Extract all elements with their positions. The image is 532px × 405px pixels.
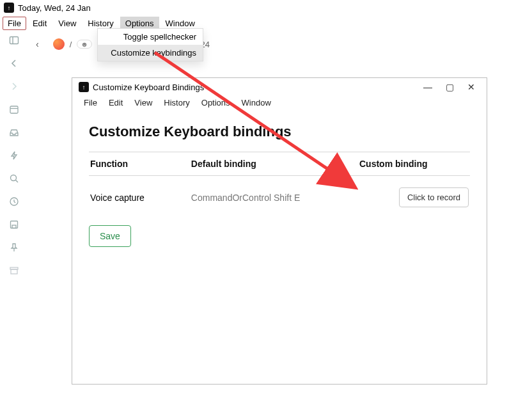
col-custom: Custom binding xyxy=(359,159,469,169)
save-button[interactable]: Save xyxy=(89,225,131,247)
svg-line-5 xyxy=(16,180,19,183)
crumb-sep: / xyxy=(70,40,72,49)
svg-rect-8 xyxy=(12,225,16,228)
titlebar: ↑ Today, Wed, 24 Jan xyxy=(0,0,532,15)
row-function: Voice capture xyxy=(90,193,191,203)
svg-rect-0 xyxy=(10,37,19,44)
app-title: Today, Wed, 24 Jan xyxy=(18,3,91,13)
svg-rect-11 xyxy=(11,269,17,274)
app-icon: ↑ xyxy=(4,3,14,13)
bindings-table: Function Default binding Custom binding … xyxy=(89,152,470,219)
pin-icon[interactable] xyxy=(8,242,20,253)
dialog-app-icon: ↑ xyxy=(79,82,89,92)
dialog-menu-view[interactable]: View xyxy=(129,96,157,109)
panel-icon[interactable] xyxy=(8,35,20,46)
dialog-menubar: File Edit View History Options Window xyxy=(72,96,487,112)
search-icon[interactable] xyxy=(8,173,20,184)
col-default: Default binding xyxy=(191,159,359,169)
col-function: Function xyxy=(90,159,191,169)
keybindings-dialog: ↑ Customize Keyboard Bindings — ▢ ✕ File… xyxy=(72,77,487,385)
emoji-chip[interactable]: ☻ xyxy=(77,40,92,49)
dialog-titlebar: ↑ Customize Keyboard Bindings — ▢ ✕ xyxy=(72,78,487,96)
dialog-menu-edit[interactable]: Edit xyxy=(104,96,128,109)
svg-rect-2 xyxy=(10,106,18,113)
minimize-button[interactable]: — xyxy=(419,82,437,92)
avatar[interactable] xyxy=(53,38,65,50)
row-default-binding: CommandOrControl Shift E xyxy=(191,193,359,203)
back-arrow-icon[interactable] xyxy=(8,58,20,69)
dialog-heading: Customize Keyboard bindings xyxy=(89,123,470,140)
menu-edit[interactable]: Edit xyxy=(27,17,52,30)
maximize-button[interactable]: ▢ xyxy=(441,82,458,92)
options-dropdown: Toggle spellchecker Customize keybinding… xyxy=(97,28,203,61)
menu-file[interactable]: File xyxy=(3,17,26,30)
menu-view[interactable]: View xyxy=(53,17,81,30)
dialog-menu-window[interactable]: Window xyxy=(237,96,276,109)
svg-point-4 xyxy=(11,175,17,181)
dialog-menu-file[interactable]: File xyxy=(79,96,102,109)
dialog-menu-history[interactable]: History xyxy=(159,96,194,109)
bolt-icon[interactable] xyxy=(8,150,20,161)
click-to-record-button[interactable]: Click to record xyxy=(399,187,469,207)
save-icon[interactable] xyxy=(8,219,20,230)
calendar-icon[interactable] xyxy=(8,104,20,115)
chevron-left-icon[interactable]: ‹ xyxy=(36,39,39,49)
main-menubar: File Edit View History Options Window xyxy=(0,15,532,31)
close-button[interactable]: ✕ xyxy=(462,82,480,92)
sidebar xyxy=(0,29,28,388)
table-row: Voice capture CommandOrControl Shift E C… xyxy=(89,176,470,219)
clock-icon[interactable] xyxy=(8,196,20,207)
inbox-icon[interactable] xyxy=(8,127,20,138)
dropdown-toggle-spellchecker[interactable]: Toggle spellchecker xyxy=(98,29,203,45)
svg-rect-7 xyxy=(11,221,18,228)
dropdown-customize-keybindings[interactable]: Customize keybindings xyxy=(98,45,203,61)
dialog-title: Customize Keyboard Bindings xyxy=(93,83,204,92)
dialog-menu-options[interactable]: Options xyxy=(196,96,235,109)
archive-icon[interactable] xyxy=(8,265,20,276)
forward-arrow-icon[interactable] xyxy=(8,81,20,92)
